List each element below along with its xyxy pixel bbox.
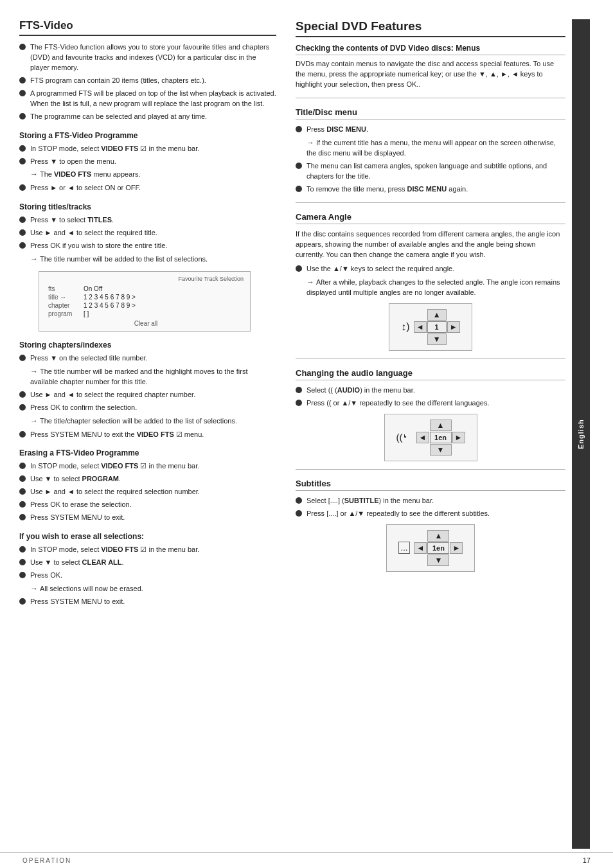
divider <box>296 202 565 203</box>
sp-b3: Press ► or ◄ to select ON or OFF. <box>30 183 141 193</box>
bullet-icon <box>19 217 26 223</box>
storing-titles-list: Press ▼ to select TITLES. Use ► and ◄ to… <box>19 215 276 265</box>
fts-row: program [ ] <box>46 310 244 318</box>
list-item: Press DISC MENU. <box>296 125 565 135</box>
list-item: In STOP mode, select VIDEO FTS ☑ in the … <box>19 545 276 555</box>
list-item: In STOP mode, select VIDEO FTS ☑ in the … <box>19 461 276 472</box>
bullet-icon <box>19 391 26 398</box>
divider <box>296 359 565 359</box>
bullet-icon <box>296 510 302 517</box>
clear-all-label: Clear all <box>46 320 244 327</box>
er-b4: Press SYSTEM MENU to exit. <box>30 513 125 523</box>
arrow-icon: → <box>306 278 314 287</box>
su-b0: Select [....] (SUBTITLE) in the menu bar… <box>306 496 434 506</box>
bullet-icon <box>296 497 302 504</box>
camera-angle-text: If the disc contains sequences recorded … <box>296 229 565 260</box>
storing-chapters-list: Press ▼ on the selected title number. →T… <box>19 353 276 439</box>
list-item: Use ▼ to select PROGRAM. <box>19 474 276 484</box>
list-item: →After a while, playback changes to the … <box>296 277 565 298</box>
er-b1: Use ▼ to select PROGRAM. <box>30 474 121 484</box>
list-item: Press ► or ◄ to select ON or OFF. <box>19 183 276 193</box>
bullet-icon <box>19 90 26 96</box>
fts-row: chapter 1 2 3 4 5 6 7 8 9 > <box>46 301 244 310</box>
down-arrow: ▼ <box>427 333 447 345</box>
er-b2: Use ► and ◄ to select the required selec… <box>30 487 200 497</box>
st-b1: Use ► and ◄ to select the required title… <box>30 228 157 238</box>
erasing-title: Erasing a FTS-Video Programme <box>19 448 276 457</box>
bullet-icon <box>19 431 26 438</box>
checking-text: DVDs may contain menus to navigate the d… <box>296 59 565 90</box>
list-item: Use the ▲/▼ keys to select the required … <box>296 264 565 274</box>
program-label: program <box>46 310 81 318</box>
bullet-icon <box>296 400 302 406</box>
direction-grid: ▲ ◄ 1 ► ▼ <box>414 309 460 345</box>
sc-b1: The title number will be marked and the … <box>30 368 247 385</box>
program-value: [ ] <box>81 310 244 318</box>
main-content: FTS-Video The FTS-Video function allows … <box>0 0 613 868</box>
ea-b3: All selections will now be erased. <box>40 585 143 592</box>
storing-chapters-title: Storing chapters/indexes <box>19 341 276 350</box>
arrow-icon: → <box>30 584 38 593</box>
list-item: →The VIDEO FTS menu appears. <box>19 169 276 180</box>
bullet-icon <box>19 572 26 578</box>
left-section-title: FTS-Video <box>19 19 276 36</box>
chapter-numbers: 1 2 3 4 5 6 7 8 9 > <box>81 301 244 310</box>
list-item: Select [....] (SUBTITLE) in the menu bar… <box>296 496 565 506</box>
operation-label: Operation <box>22 857 71 864</box>
bullet-icon <box>296 126 302 132</box>
su-b1: Press [....] or ▲/▼ repeatedly to see th… <box>306 509 490 519</box>
audio-title: Changing the audio language <box>296 368 565 380</box>
sp-b1: Press ▼ to open the menu. <box>30 157 116 167</box>
bullet-icon <box>296 186 302 192</box>
bullet-icon <box>19 184 26 191</box>
list-item: Press [....] or ▲/▼ repeatedly to see th… <box>296 509 565 519</box>
fts-row: title ↔ 1 2 3 4 5 6 7 8 9 > <box>46 293 244 301</box>
bullet-icon <box>19 355 26 361</box>
bullet-icon <box>19 475 26 482</box>
up-arrow: ▲ <box>430 420 452 431</box>
erase-all-list: In STOP mode, select VIDEO FTS ☑ in the … <box>19 545 276 607</box>
list-item: Press SYSTEM MENU to exit. <box>19 513 276 523</box>
fts-table: fts On Off title ↔ 1 2 3 4 5 6 7 8 9 > c… <box>46 285 244 318</box>
list-item: →If the current title has a menu, the me… <box>296 137 565 159</box>
sc-b2: Use ► and ◄ to select the required chapt… <box>30 390 195 400</box>
erase-all-title: If you wish to erase all selections: <box>19 532 276 541</box>
divider <box>296 98 565 98</box>
storing-programme-list: In STOP mode, select VIDEO FTS ☑ in the … <box>19 144 276 193</box>
audio-direction-grid: ▲ ◄ 1en ► ▼ <box>416 420 465 456</box>
subtitle-symbol: ... <box>398 542 411 554</box>
left-arrow: ◄ <box>414 542 427 554</box>
list-item: →All selections will now be erased. <box>19 583 276 594</box>
right-arrow: ► <box>452 432 465 443</box>
arrow-icon: → <box>30 416 38 425</box>
bullet-icon <box>19 44 26 50</box>
ca-b0: Use the ▲/▼ keys to select the required … <box>306 264 454 274</box>
checking-title: Checking the contents of DVD Video discs… <box>296 44 565 55</box>
bullet-icon <box>19 501 26 508</box>
right-arrow: ► <box>450 542 463 554</box>
page-number: 17 <box>583 856 591 864</box>
camera-angle-title: Camera Angle <box>296 212 565 224</box>
list-item: Press OK to erase the selection. <box>19 500 276 510</box>
list-item: A programmed FTS will be placed on top o… <box>19 89 276 109</box>
storing-programme-title: Storing a FTS-Video Programme <box>19 131 276 140</box>
arrow-icon: → <box>306 138 314 147</box>
title-label: title ↔ <box>46 293 81 301</box>
divider <box>296 469 565 470</box>
td-b2: The menu can list camera angles, spoken … <box>306 161 565 182</box>
list-item: In STOP mode, select VIDEO FTS ☑ in the … <box>19 144 276 154</box>
footer: Operation 17 <box>0 852 613 868</box>
td-b3: To remove the title menu, press DISC MEN… <box>306 184 468 195</box>
center-num: 1en <box>430 432 452 443</box>
arrow-icon: → <box>30 170 38 179</box>
list-item: Press ▼ on the selected title number. <box>19 353 276 364</box>
sp-b0: In STOP mode, select VIDEO FTS ☑ in the … <box>30 144 199 154</box>
down-arrow: ▼ <box>427 554 449 566</box>
bullet-icon <box>296 265 302 272</box>
bullet-icon <box>19 158 26 164</box>
camera-symbol: ↕) <box>401 321 409 333</box>
list-item: The menu can list camera angles, spoken … <box>296 161 565 182</box>
sc-b5: Press SYSTEM MENU to exit the VIDEO FTS … <box>30 430 204 440</box>
audio-icon-display: ((ᡃ ▲ ◄ 1en ► ▼ <box>296 414 565 461</box>
intro-bullet-2: A programmed FTS will be placed on top o… <box>30 89 276 109</box>
